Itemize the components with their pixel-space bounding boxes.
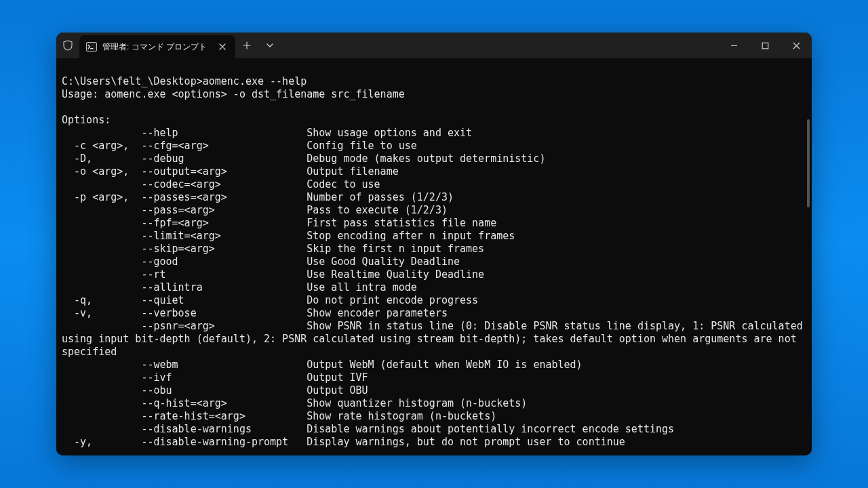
title-bar[interactable]: 管理者: コマンド プロンプト (56, 33, 812, 58)
admin-shield-area (56, 33, 79, 58)
shield-icon (62, 40, 73, 51)
terminal-viewport: C:\Users\felt_\Desktop>aomenc.exe --help… (56, 58, 812, 455)
close-button[interactable] (781, 33, 812, 58)
tab-title: 管理者: コマンド プロンプト (102, 41, 211, 53)
tab-dropdown-button[interactable] (258, 33, 281, 58)
scrollbar-thumb[interactable] (807, 119, 810, 207)
new-tab-button[interactable] (235, 33, 258, 58)
maximize-button[interactable] (749, 33, 781, 58)
svg-rect-0 (87, 43, 97, 52)
titlebar-drag-region[interactable] (281, 33, 718, 58)
minimize-button[interactable] (718, 33, 749, 58)
tab-close-button[interactable] (216, 41, 229, 53)
tab-active[interactable]: 管理者: コマンド プロンプト (79, 35, 235, 58)
terminal-window: 管理者: コマンド プロンプト C:\Users\felt_\Desktop>a… (56, 33, 812, 455)
command-prompt-icon (86, 41, 97, 52)
svg-rect-3 (762, 43, 768, 49)
terminal-output[interactable]: C:\Users\felt_\Desktop>aomenc.exe --help… (56, 58, 812, 455)
